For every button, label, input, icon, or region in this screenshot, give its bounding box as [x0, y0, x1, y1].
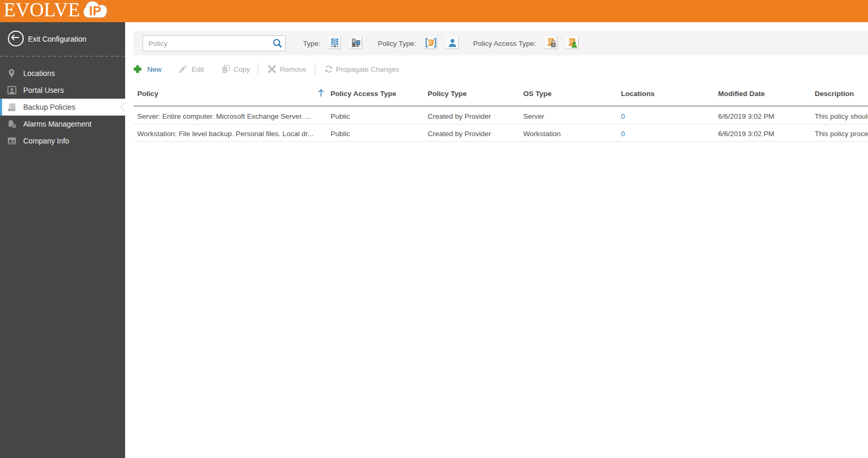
svg-text:IP: IP [89, 4, 102, 18]
